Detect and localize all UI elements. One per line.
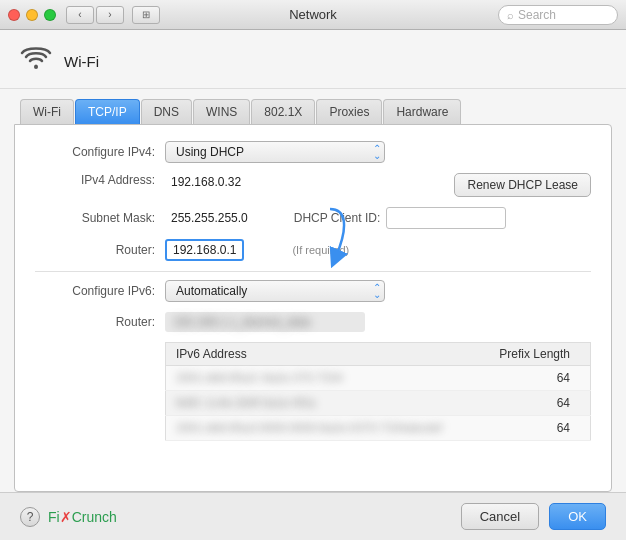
tabs-container: Wi-Fi TCP/IP DNS WINS 802.1X Proxies Har… <box>0 89 626 124</box>
prefix-cell: 64 <box>480 416 591 441</box>
ipv4-address-label: IPv4 Address: <box>35 173 165 187</box>
configure-ipv6-label: Configure IPv6: <box>35 284 165 298</box>
configure-ipv6-select-wrapper: Automatically <box>165 280 385 302</box>
dhcp-client-id-input[interactable] <box>386 207 506 229</box>
branding: Fi✗Crunch <box>48 509 117 525</box>
table-row: fe80::1c4e:2b9f:3a1e:4f2a 64 <box>166 391 591 416</box>
maximize-button[interactable] <box>44 9 56 21</box>
grid-button[interactable]: ⊞ <box>132 6 160 24</box>
tab-dns[interactable]: DNS <box>141 99 192 124</box>
subnet-mask-row: Subnet Mask: 255.255.255.0 DHCP Client I… <box>35 207 591 229</box>
help-icon: ? <box>27 510 34 524</box>
configure-ipv6-select[interactable]: Automatically <box>165 280 385 302</box>
tab-wins[interactable]: WINS <box>193 99 250 124</box>
search-icon: ⌕ <box>507 9 514 21</box>
traffic-lights <box>8 9 56 21</box>
titlebar: ‹ › ⊞ Network ⌕ Search <box>0 0 626 30</box>
svg-point-0 <box>34 65 38 69</box>
tab-proxies[interactable]: Proxies <box>316 99 382 124</box>
tab-wifi[interactable]: Wi-Fi <box>20 99 74 124</box>
router-ipv6-label: Router: <box>35 315 165 329</box>
brand-x: ✗ <box>60 509 72 525</box>
configure-ipv4-row: Configure IPv4: Using DHCP <box>35 141 591 163</box>
ipv6-address-col-header: IPv6 Address <box>166 343 480 366</box>
brand-crunch: Crunch <box>72 509 117 525</box>
prefix-cell: 64 <box>480 391 591 416</box>
ipv4-address-value: 192.168.0.32 <box>165 173 247 191</box>
ipv4-address-row: IPv4 Address: 192.168.0.32 Renew DHCP Le… <box>35 173 591 197</box>
main-window: Wi-Fi Wi-Fi TCP/IP DNS WINS 802.1X Proxi… <box>0 30 626 540</box>
header-title: Wi-Fi <box>64 53 99 70</box>
ipv6-address-cell: 2001:db8:85a3:0000:0000:8a2e:0370:7334ab… <box>166 416 480 441</box>
header-area: Wi-Fi <box>0 30 626 89</box>
cancel-button[interactable]: Cancel <box>461 503 539 530</box>
configure-ipv4-select[interactable]: Using DHCP <box>165 141 385 163</box>
wifi-icon <box>20 44 52 78</box>
help-button[interactable]: ? <box>20 507 40 527</box>
tab-hardware[interactable]: Hardware <box>383 99 461 124</box>
table-row: 2001:db8:85a3:0000:0000:8a2e:0370:7334ab… <box>166 416 591 441</box>
dhcp-client-id-label: DHCP Client ID: <box>294 211 380 225</box>
configure-ipv6-row: Configure IPv6: Automatically <box>35 280 591 302</box>
router-row: Router: 192.168.0.1 (If required) <box>35 239 591 261</box>
prefix-length-col-header: Prefix Length <box>480 343 591 366</box>
tab-8021x[interactable]: 802.1X <box>251 99 315 124</box>
prefix-cell: 64 <box>480 366 591 391</box>
table-row: 2001:db8:85a3::8a2e:370:7334 64 <box>166 366 591 391</box>
bottom-bar: ? Fi✗Crunch Cancel OK <box>0 492 626 540</box>
router-label: Router: <box>35 243 165 257</box>
router-value: 192.168.0.1 <box>165 239 244 261</box>
router-ipv6-row: Router: 192.168.1.1_blurred_data <box>35 312 591 332</box>
configure-ipv4-label: Configure IPv4: <box>35 145 165 159</box>
subnet-mask-label: Subnet Mask: <box>35 211 165 225</box>
dhcp-note: (If required) <box>292 244 349 256</box>
search-placeholder: Search <box>518 8 556 22</box>
ipv6-address-cell: fe80::1c4e:2b9f:3a1e:4f2a <box>166 391 480 416</box>
ipv6-table-container: IPv6 Address Prefix Length 2001:db8:85a3… <box>165 342 591 441</box>
bottom-buttons: Cancel OK <box>461 503 606 530</box>
renew-dhcp-button[interactable]: Renew DHCP Lease <box>454 173 591 197</box>
router-ipv6-value: 192.168.1.1_blurred_data <box>165 312 365 332</box>
subnet-mask-value: 255.255.255.0 <box>165 209 254 227</box>
ipv6-address-cell: 2001:db8:85a3::8a2e:370:7334 <box>166 366 480 391</box>
content-area: Configure IPv4: Using DHCP IPv4 Address:… <box>14 124 612 492</box>
tab-tcpip[interactable]: TCP/IP <box>75 99 140 124</box>
forward-button[interactable]: › <box>96 6 124 24</box>
search-box[interactable]: ⌕ Search <box>498 5 618 25</box>
minimize-button[interactable] <box>26 9 38 21</box>
configure-ipv4-select-wrapper: Using DHCP <box>165 141 385 163</box>
ipv6-table: IPv6 Address Prefix Length 2001:db8:85a3… <box>165 342 591 441</box>
ok-button[interactable]: OK <box>549 503 606 530</box>
section-divider <box>35 271 591 272</box>
titlebar-title: Network <box>289 7 337 22</box>
nav-buttons: ‹ › <box>66 6 124 24</box>
close-button[interactable] <box>8 9 20 21</box>
back-button[interactable]: ‹ <box>66 6 94 24</box>
brand-fi: Fi <box>48 509 60 525</box>
